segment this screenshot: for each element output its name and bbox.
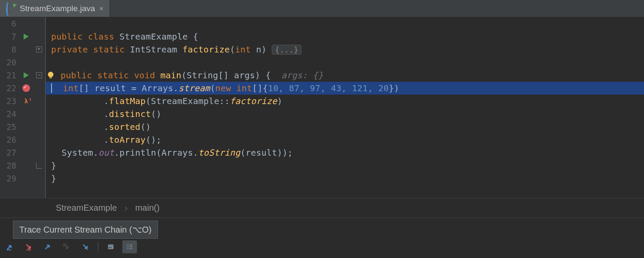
gutter-blank	[20, 56, 33, 69]
line-number: 26	[0, 133, 20, 146]
svg-rect-7	[109, 245, 113, 246]
svg-text:I: I	[86, 246, 88, 251]
svg-rect-8	[109, 247, 110, 248]
code-line	[46, 56, 644, 69]
close-tab-icon[interactable]: ×	[99, 4, 103, 12]
evaluate-expression-button[interactable]	[103, 240, 118, 253]
trace-stream-chain-button[interactable]	[122, 240, 137, 253]
java-class-icon	[6, 4, 15, 13]
line-number: 24	[0, 108, 20, 120]
code-line: private static IntStream factorize(int n…	[46, 43, 644, 56]
lambda-gutter-icon[interactable]: λ	[20, 95, 33, 108]
tooltip: Trace Current Stream Chain (⌥O)	[13, 221, 158, 239]
svg-rect-6	[108, 245, 114, 249]
gutter-blank	[20, 108, 33, 120]
fold-blank	[33, 108, 45, 120]
line-number: 8	[0, 43, 20, 56]
breadcrumb: StreamExample › main()	[0, 198, 644, 218]
line-number: 27	[0, 146, 20, 159]
fold-blank	[33, 17, 45, 30]
fold-blank	[33, 95, 45, 108]
gutter-blank	[20, 133, 33, 146]
inlay-hint: args: {}	[281, 70, 323, 80]
editor-tabs: StreamExample.java ×	[0, 0, 644, 17]
breadcrumb-method[interactable]: main()	[135, 203, 160, 213]
code-line: public class StreamExample {	[46, 30, 644, 43]
show-execution-point-button[interactable]	[3, 240, 17, 253]
fold-column: +−	[33, 17, 46, 198]
fold-blank	[33, 172, 45, 185]
step-over-button[interactable]	[21, 240, 36, 253]
fold-toggle-icon[interactable]: −	[33, 69, 45, 82]
gutter-blank	[20, 159, 33, 172]
toolbar-separator	[98, 242, 98, 252]
run-gutter-icon[interactable]	[20, 30, 33, 43]
fold-blank	[33, 133, 45, 146]
file-tab[interactable]: StreamExample.java ×	[0, 0, 110, 17]
gutter-blank	[20, 43, 33, 56]
code-line: .toArray();	[46, 133, 644, 146]
line-number: 23	[0, 95, 20, 108]
gutter-blank	[20, 146, 33, 159]
code-line: }	[46, 172, 644, 185]
svg-rect-1	[49, 77, 52, 79]
fold-blank	[33, 146, 45, 159]
breadcrumb-separator-icon: ›	[125, 203, 128, 213]
fold-toggle-icon[interactable]: +	[33, 43, 45, 56]
gutter-icons: λ	[20, 17, 33, 198]
line-number: 28	[0, 159, 20, 172]
gutter-blank	[20, 172, 33, 185]
step-into-button[interactable]	[40, 240, 55, 253]
code-line: .flatMap(StreamExample::factorize)	[46, 95, 644, 108]
debug-toolbar: I	[3, 238, 137, 255]
line-number: 25	[0, 120, 20, 133]
line-number: 29	[0, 172, 20, 185]
code-line: System.out.println(Arrays.toString(resul…	[46, 146, 644, 159]
line-numbers: 67820212223242526272829	[0, 17, 20, 198]
gutter: 67820212223242526272829 λ +−	[0, 17, 46, 198]
breadcrumb-class[interactable]: StreamExample	[56, 203, 117, 213]
intention-bulb-icon[interactable]	[46, 71, 55, 80]
debug-panel: Trace Current Stream Chain (⌥O) I	[0, 218, 644, 258]
line-number: 6	[0, 17, 20, 30]
fold-blank	[33, 56, 45, 69]
code-line: .distinct()	[46, 108, 644, 120]
folded-region[interactable]: {...}	[272, 45, 301, 55]
gutter-blank	[20, 120, 33, 133]
fold-blank	[33, 120, 45, 133]
caret	[51, 83, 52, 93]
svg-rect-9	[110, 247, 112, 248]
gutter-blank	[20, 17, 33, 30]
line-number: 22	[0, 82, 20, 95]
code-line: public static void main(String[] args) {…	[46, 69, 644, 82]
fold-toggle-icon[interactable]	[33, 159, 45, 172]
svg-point-0	[48, 72, 54, 77]
code-editor: 67820212223242526272829 λ +− public clas…	[0, 17, 644, 198]
step-out-button[interactable]: I	[78, 240, 93, 253]
code-line: }	[46, 159, 644, 172]
run-gutter-icon[interactable]	[20, 69, 33, 82]
line-number: 20	[0, 56, 20, 69]
tab-filename: StreamExample.java	[20, 4, 95, 13]
force-step-into-button	[59, 240, 74, 253]
code-area[interactable]: public class StreamExample { private sta…	[46, 17, 644, 198]
fold-blank	[33, 82, 45, 95]
code-line: .sorted()	[46, 120, 644, 133]
breakpoint-icon[interactable]	[20, 82, 33, 95]
code-line-current: int[] result = Arrays.stream(new int[]{1…	[46, 82, 644, 95]
line-number: 21	[0, 69, 20, 82]
line-number: 7	[0, 30, 20, 43]
fold-blank	[33, 30, 45, 43]
code-line	[46, 17, 644, 30]
